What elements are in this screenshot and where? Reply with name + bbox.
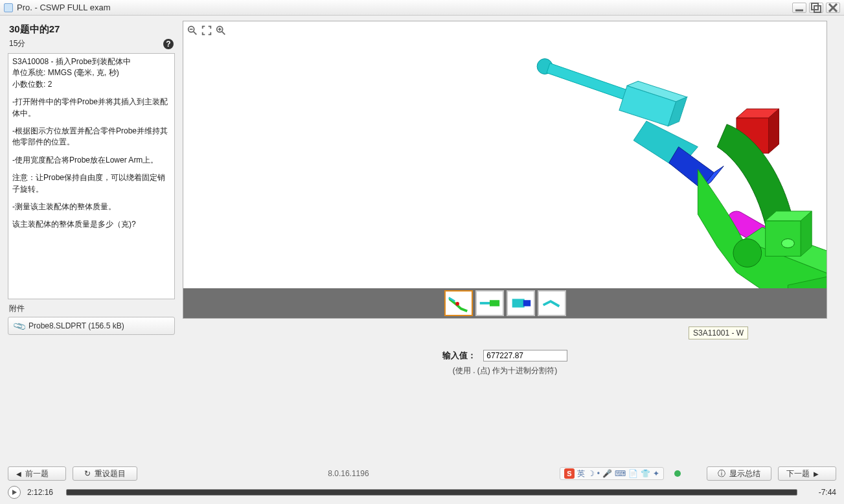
- thumbnail-2[interactable]: [475, 290, 504, 316]
- svg-rect-34: [490, 300, 499, 306]
- info-icon: ⓘ: [718, 468, 725, 479]
- svg-rect-26: [766, 221, 801, 257]
- question-counter: 30题中的27: [9, 23, 60, 36]
- question-points: 15分: [9, 38, 25, 49]
- question-body: S3A10008 - 插入Probe到装配体中单位系统: MMGS (毫米, 克…: [8, 53, 175, 299]
- image-viewer: [183, 21, 827, 319]
- svg-rect-35: [512, 299, 524, 307]
- answer-input[interactable]: [483, 350, 567, 361]
- thumbnail-4[interactable]: [538, 290, 566, 316]
- ime-doc-icon: 📄: [628, 469, 638, 478]
- ime-logo-icon: S: [564, 468, 575, 479]
- svg-line-9: [222, 32, 225, 35]
- ime-mic-icon: 🎤: [602, 469, 612, 478]
- answer-row: 输入值：: [183, 350, 827, 361]
- ime-spark-icon: ✦: [653, 469, 659, 478]
- prev-label: 前一题: [25, 468, 49, 479]
- answer-label: 输入值：: [442, 350, 476, 360]
- svg-marker-37: [12, 490, 17, 495]
- maximize-button[interactable]: [809, 3, 823, 13]
- svg-point-31: [455, 302, 459, 306]
- assembly-illustration: [183, 21, 827, 298]
- zoom-toolbar: [186, 24, 227, 37]
- show-summary-button[interactable]: ⓘ 显示总结: [707, 466, 771, 481]
- reset-label: 重设题目: [95, 468, 126, 479]
- ime-keyboard-icon: ⌨: [615, 469, 626, 478]
- thumbnail-strip: [183, 288, 827, 318]
- ime-shirt-icon: 👕: [641, 469, 650, 478]
- viewer-canvas[interactable]: [183, 21, 827, 298]
- prev-question-button[interactable]: ◀ 前一题: [8, 466, 66, 481]
- attachment-filename: Probe8.SLDPRT (156.5 kB): [29, 321, 124, 330]
- svg-rect-36: [523, 300, 530, 306]
- next-label: 下一题: [786, 468, 810, 479]
- next-question-button[interactable]: 下一题 ▶: [778, 466, 836, 481]
- thumbnail-1[interactable]: [444, 290, 473, 316]
- zoom-out-icon[interactable]: [186, 24, 199, 37]
- summary-label: 显示总结: [729, 468, 760, 479]
- zoom-fit-icon[interactable]: [200, 24, 213, 37]
- window-title: Pro. - CSWP FULL exam: [17, 3, 792, 12]
- thumbnail-tooltip: S3A11001 - W: [689, 326, 748, 339]
- app-icon: [4, 3, 13, 12]
- attachment-label: 附件: [8, 302, 175, 315]
- close-button[interactable]: [826, 3, 840, 13]
- ime-lang: 英: [577, 468, 585, 479]
- footer: ◀ 前一题 ↻ 重设题目 8.0.16.1196 S 英 ☽ • 🎤 ⌨ 📄 👕…: [8, 465, 836, 500]
- ime-dot-icon: •: [597, 469, 600, 478]
- svg-marker-13: [547, 63, 633, 102]
- arrow-right-icon: ▶: [814, 470, 819, 477]
- time-progress-bar[interactable]: [66, 489, 797, 496]
- answer-hint: (使用 . (点) 作为十进制分割符): [183, 365, 827, 376]
- zoom-in-icon[interactable]: [214, 24, 227, 37]
- elapsed-time: 2:12:16: [27, 488, 60, 497]
- svg-line-6: [194, 32, 197, 35]
- version-label: 8.0.16.1196: [328, 469, 369, 478]
- help-icon[interactable]: ?: [163, 39, 174, 49]
- attachment-file-button[interactable]: 📎 Probe8.SLDPRT (156.5 kB): [8, 317, 175, 335]
- question-panel: 30题中的27 15分 ? S3A10008 - 插入Probe到装配体中单位系…: [8, 19, 175, 459]
- paperclip-icon: 📎: [12, 319, 27, 333]
- ime-toolbar[interactable]: S 英 ☽ • 🎤 ⌨ 📄 👕 ✦: [560, 467, 664, 480]
- ime-moon-icon: ☽: [587, 469, 595, 478]
- minimize-button[interactable]: [792, 3, 806, 13]
- thumbnail-3[interactable]: [507, 290, 535, 316]
- svg-point-29: [781, 239, 794, 248]
- reset-question-button[interactable]: ↻ 重设题目: [73, 466, 137, 481]
- play-pause-button[interactable]: [8, 486, 21, 499]
- window-controls: [792, 3, 840, 13]
- refresh-icon: ↻: [84, 469, 91, 478]
- status-dot-icon: [674, 470, 681, 477]
- arrow-left-icon: ◀: [16, 470, 21, 477]
- window-titlebar: Pro. - CSWP FULL exam: [0, 0, 844, 16]
- remaining-time: -7:44: [804, 488, 836, 497]
